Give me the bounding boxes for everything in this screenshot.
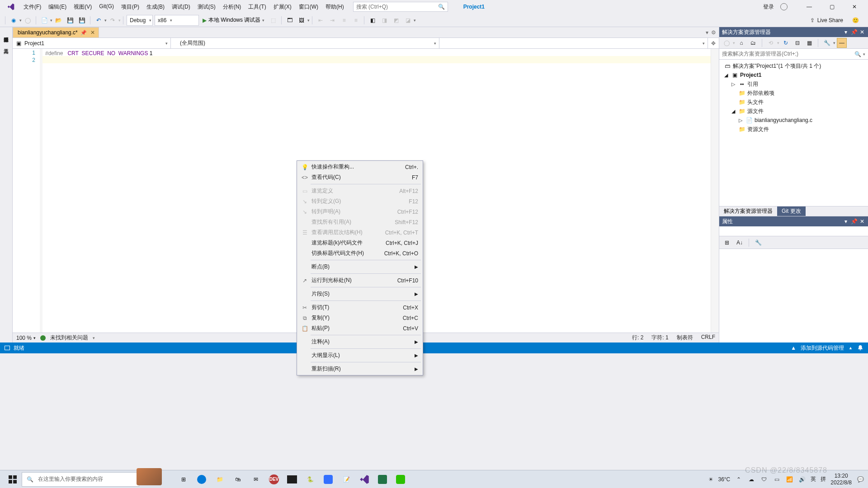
add-source-control[interactable]: 添加到源代码管理: [801, 344, 844, 352]
scope-project-dropdown[interactable]: ▣ Project1▾: [13, 38, 171, 48]
ime-sub[interactable]: 拼: [821, 475, 826, 483]
solution-search-input[interactable]: 搜索解决方案资源管理器(Ctrl+;) 🔍 ▾: [719, 49, 868, 60]
menu-item[interactable]: 工具(T): [245, 1, 269, 13]
menu-item[interactable]: 扩展(X): [270, 1, 295, 13]
menu-item[interactable]: 帮助(H): [322, 1, 348, 13]
expand-icon[interactable]: ◢: [723, 72, 729, 78]
sol-properties-icon[interactable]: —: [837, 38, 847, 48]
open-button[interactable]: 📂: [53, 15, 64, 26]
tool-btn-6[interactable]: ≡: [339, 15, 349, 26]
alpha-sort-icon[interactable]: A↓: [734, 237, 745, 248]
menu-item[interactable]: 生成(B): [143, 1, 168, 13]
panel-close-icon[interactable]: ✕: [859, 218, 865, 225]
expand-icon[interactable]: ▷: [730, 81, 736, 87]
tree-project[interactable]: ◢ ▣ Project1: [719, 70, 868, 80]
panel-menu-icon[interactable]: ▾: [843, 218, 849, 225]
menu-item[interactable]: 文件(F): [20, 1, 45, 13]
store-icon[interactable]: 🛍: [229, 470, 247, 488]
tool-btn-9[interactable]: ◨: [379, 15, 390, 26]
tab-solution-explorer[interactable]: 解决方案资源管理器: [719, 206, 777, 216]
tree-headers[interactable]: 📁 头文件: [719, 98, 868, 107]
clock[interactable]: 13:20 2022/8/8: [830, 473, 852, 486]
tab-overflow-icon[interactable]: ▾: [706, 29, 708, 36]
devcpp-icon[interactable]: DEV: [265, 470, 283, 488]
ctx-item[interactable]: 片段(S)▶: [298, 289, 422, 299]
onedrive-icon[interactable]: ☁: [747, 475, 755, 483]
config-dropdown[interactable]: Debug▾: [127, 15, 153, 26]
expand-icon[interactable]: ▷: [737, 117, 744, 123]
zoom-dropdown[interactable]: 100 %▾: [16, 335, 36, 341]
menu-item[interactable]: 调试(D): [168, 1, 194, 13]
explorer-icon[interactable]: 📁: [211, 470, 229, 488]
ctx-item[interactable]: <>查看代码(C)F7: [298, 172, 422, 183]
menu-item[interactable]: 窗口(W): [295, 1, 322, 13]
back-button[interactable]: ◉: [8, 15, 19, 26]
sol-collapse-icon[interactable]: ⊟: [793, 38, 802, 48]
ctx-item[interactable]: 📋粘贴(P)Ctrl+V: [298, 323, 422, 333]
tree-source-file[interactable]: ▷ 📄 bianliangyuchangliang.c: [719, 116, 868, 125]
prop-wrench-icon[interactable]: 🔧: [753, 237, 764, 248]
redo-button[interactable]: ↷: [107, 15, 118, 26]
vs-taskbar-icon[interactable]: [355, 470, 373, 488]
file-tab[interactable]: bianliangyuchangliang.c* 📌 ✕: [13, 27, 99, 38]
save-button[interactable]: 💾: [65, 15, 75, 26]
menu-item[interactable]: 测试(S): [194, 1, 219, 13]
start-debug-button[interactable]: ▶ 本地 Windows 调试器 ▾: [201, 15, 266, 26]
sol-home-icon[interactable]: ⌂: [736, 38, 746, 48]
sol-switch-icon[interactable]: 🗂: [748, 38, 758, 48]
tool-btn-2[interactable]: 🗔: [284, 15, 295, 26]
security-icon[interactable]: 🛡: [760, 475, 768, 483]
tree-solution-root[interactable]: 🗃 解决方案"Project1"(1 个项目/共 1 个): [719, 61, 868, 70]
up-arrow-icon[interactable]: ▲: [791, 345, 796, 351]
save-all-button[interactable]: 💾: [76, 15, 87, 26]
ctx-item[interactable]: 断点(B)▶: [298, 262, 422, 272]
vertical-scrollbar[interactable]: [711, 49, 719, 333]
project-name-label[interactable]: Project1: [459, 2, 489, 12]
tree-resources[interactable]: 📁 资源文件: [719, 125, 868, 134]
ctx-item[interactable]: 切换标题/代码文件(H)Ctrl+K, Ctrl+O: [298, 248, 422, 258]
scope-global-dropdown[interactable]: (全局范围)▾: [171, 38, 439, 48]
tool-btn-1[interactable]: ⬚: [268, 15, 278, 26]
categorize-icon[interactable]: ⊞: [722, 237, 732, 248]
weather-icon[interactable]: ☀: [708, 476, 713, 483]
tool-btn-3[interactable]: 🖼: [296, 15, 307, 26]
issues-label[interactable]: 未找到相关问题: [50, 334, 88, 342]
notes-icon[interactable]: 📝: [337, 470, 355, 488]
excel-icon[interactable]: [373, 470, 392, 488]
sol-back-icon[interactable]: ◯: [722, 38, 731, 48]
tool-btn-10[interactable]: ◩: [391, 15, 401, 26]
ime-lang[interactable]: 英: [811, 475, 816, 483]
tree-sources[interactable]: ◢ 📁 源文件: [719, 107, 868, 116]
feedback-icon[interactable]: 🙂: [852, 17, 859, 23]
new-item-button[interactable]: 📄: [39, 15, 50, 26]
tab-git-changes[interactable]: Git 更改: [777, 206, 806, 216]
ctx-item[interactable]: ↗运行到光标处(N)Ctrl+F10: [298, 275, 422, 286]
tab-settings-icon[interactable]: ⚙: [711, 29, 716, 36]
pin-icon[interactable]: 📌: [80, 30, 87, 36]
python-icon[interactable]: 🐍: [301, 470, 319, 488]
ctx-item[interactable]: 注释(A)▶: [298, 337, 422, 347]
tree-references[interactable]: ▷ ▪▪ 引用: [719, 80, 868, 89]
tool-btn-8[interactable]: ◧: [367, 15, 378, 26]
user-icon[interactable]: [780, 3, 788, 10]
ctx-item[interactable]: 重新扫描(R)▶: [298, 364, 422, 374]
mail-icon[interactable]: ✉: [247, 470, 265, 488]
wifi-icon[interactable]: 📶: [785, 475, 793, 483]
split-editor-button[interactable]: ✥: [708, 38, 719, 48]
sol-sync-icon[interactable]: ⟲: [766, 38, 776, 48]
sol-wrench-icon[interactable]: 🔧: [822, 38, 832, 48]
forward-button[interactable]: ◯: [22, 15, 33, 26]
close-button[interactable]: ✕: [845, 0, 863, 13]
battery-icon[interactable]: ▭: [773, 475, 781, 483]
sol-refresh-icon[interactable]: ↻: [781, 38, 791, 48]
tray-expand-icon[interactable]: ⌃: [735, 475, 743, 483]
global-search-input[interactable]: 搜索 (Ctrl+Q) 🔍: [353, 2, 448, 12]
tool-btn-7[interactable]: ≡: [350, 15, 361, 26]
wechat-icon[interactable]: [392, 470, 410, 488]
ctx-item[interactable]: ✂剪切(T)Ctrl+X: [298, 302, 422, 313]
tool-btn-4[interactable]: ⇤: [315, 15, 326, 26]
taskbar-search-input[interactable]: 🔍 在这里输入你要搜索的内容: [22, 472, 139, 487]
task-view-icon[interactable]: ⊞: [175, 470, 193, 488]
tree-external-deps[interactable]: 📁 外部依赖项: [719, 89, 868, 98]
panel-close-icon[interactable]: ✕: [859, 29, 865, 35]
